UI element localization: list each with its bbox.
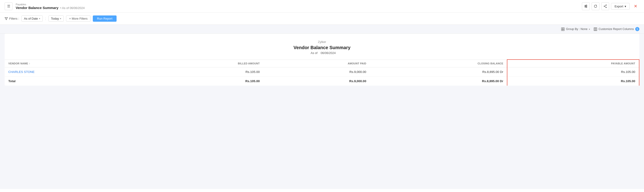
filter-separator: :	[45, 16, 46, 21]
total-label: Total	[4, 76, 143, 86]
as-of-date-dropdown[interactable]: As of Date ▾	[22, 16, 43, 22]
report-toolbar: Group By : None ▾ Customize Report Colum…	[0, 25, 644, 34]
report-table: VENDOR NAME ↑ BILLED AMOUNT AMOUNT PAID …	[4, 59, 640, 86]
col-payable-amount: PAYABLE AMOUNT	[507, 60, 639, 68]
table-row: CHARLES STONE Rs.105.00 Rs.9,000.00 Rs.8…	[4, 68, 639, 76]
refresh-icon	[594, 4, 597, 8]
refresh-btn[interactable]	[592, 2, 600, 10]
svg-point-5	[586, 7, 587, 8]
svg-point-6	[606, 5, 606, 6]
title-group: Payables Vendor Balance Summary • As of …	[16, 3, 85, 10]
export-button[interactable]: Export ▾	[611, 3, 630, 10]
header-left: ☰ Payables Vendor Balance Summary • As o…	[4, 2, 85, 10]
total-payable: Rs.105.00	[507, 76, 639, 86]
filter-label: Filters :	[4, 17, 19, 20]
vendor-name-cell: CHARLES STONE	[4, 68, 143, 76]
table-total-row: Total Rs.105.00 Rs.9,000.00 Rs.8,895.00 …	[4, 76, 639, 86]
export-chevron: ▾	[624, 4, 626, 8]
svg-point-4	[585, 6, 586, 7]
svg-line-9	[605, 5, 606, 6]
report-title: Vendor Balance Summary	[9, 45, 635, 50]
table-header: VENDOR NAME ↑ BILLED AMOUNT AMOUNT PAID …	[4, 60, 639, 68]
settings-icon-btn[interactable]	[582, 2, 590, 10]
group-by-label: Group By : None	[566, 28, 588, 31]
payable-amount-cell: Rs.105.00	[507, 68, 639, 76]
amount-paid-cell: Rs.9,000.00	[263, 68, 370, 76]
customize-label: Customize Report Columns	[598, 28, 634, 31]
customize-count: 5	[635, 27, 640, 31]
svg-rect-12	[563, 28, 564, 29]
report-date-prefix: As of	[311, 51, 318, 55]
svg-rect-11	[561, 28, 563, 29]
filter-bar: Filters : As of Date ▾ : Today ▾ + More …	[0, 13, 644, 25]
report-date-value: 06/06/2024	[320, 51, 336, 55]
customize-columns-button[interactable]: Customize Report Columns 5	[594, 27, 640, 31]
svg-rect-14	[563, 29, 564, 31]
today-label: Today	[51, 17, 59, 20]
filter-icon	[4, 17, 8, 20]
total-closing: Rs.8,895.00 Dr	[370, 76, 507, 86]
more-filters-label: + More Filters	[69, 17, 88, 20]
as-of-date-label: As of Date	[24, 17, 38, 20]
settings-icon	[584, 4, 588, 8]
col-closing-balance: CLOSING BALANCE	[370, 60, 507, 68]
svg-line-10	[605, 6, 606, 7]
table-body: CHARLES STONE Rs.105.00 Rs.9,000.00 Rs.8…	[4, 68, 639, 86]
report-area: Group By : None ▾ Customize Report Colum…	[0, 25, 644, 189]
app-header: ☰ Payables Vendor Balance Summary • As o…	[0, 0, 644, 13]
report-content: Zylker Vendor Balance Summary As of 06/0…	[4, 34, 640, 86]
group-by-icon	[561, 28, 564, 31]
columns-icon	[594, 28, 597, 31]
total-paid: Rs.9,000.00	[263, 76, 370, 86]
svg-rect-13	[561, 29, 563, 31]
share-btn[interactable]	[601, 2, 609, 10]
as-of-date-chevron: ▾	[39, 17, 40, 20]
report-date-line: As of 06/06/2024	[9, 51, 635, 55]
svg-point-8	[604, 6, 605, 7]
group-by-control[interactable]: Group By : None ▾	[561, 28, 590, 31]
page-title-line: Vendor Balance Summary • As of 06/06/202…	[16, 6, 85, 10]
billed-amount-cell: Rs.105.00	[143, 68, 263, 76]
svg-rect-17	[596, 28, 597, 31]
close-button[interactable]: ✕	[632, 2, 640, 10]
col-amount-paid: AMOUNT PAID	[263, 60, 370, 68]
report-header: Zylker Vendor Balance Summary As of 06/0…	[4, 34, 640, 59]
today-dropdown[interactable]: Today ▾	[48, 16, 64, 22]
breadcrumb: Payables	[16, 3, 85, 6]
svg-point-7	[606, 7, 606, 8]
run-report-button[interactable]: Run Report	[93, 16, 116, 22]
run-report-label: Run Report	[97, 17, 112, 20]
more-filters-button[interactable]: + More Filters	[66, 16, 90, 22]
page-title: Vendor Balance Summary	[16, 6, 58, 10]
closing-balance-cell: Rs.8,895.00 Dr	[370, 68, 507, 76]
group-by-chevron: ▾	[589, 28, 590, 30]
org-name: Zylker	[9, 40, 635, 44]
table-header-row: VENDOR NAME ↑ BILLED AMOUNT AMOUNT PAID …	[4, 60, 639, 68]
col-vendor-name: VENDOR NAME ↑	[4, 60, 143, 68]
today-chevron: ▾	[60, 17, 61, 20]
col-billed-amount: BILLED AMOUNT	[143, 60, 263, 68]
hamburger-menu[interactable]: ☰	[4, 2, 12, 10]
svg-rect-16	[595, 28, 596, 31]
close-icon: ✕	[634, 4, 637, 9]
total-billed: Rs.105.00	[143, 76, 263, 86]
vendor-link[interactable]: CHARLES STONE	[8, 70, 34, 74]
svg-point-3	[586, 5, 587, 6]
header-actions: Export ▾ ✕	[582, 2, 640, 10]
export-label: Export	[614, 4, 623, 8]
share-icon	[603, 4, 607, 8]
page-title-date: • As of 06/06/2024	[60, 6, 85, 10]
svg-rect-15	[594, 28, 595, 31]
